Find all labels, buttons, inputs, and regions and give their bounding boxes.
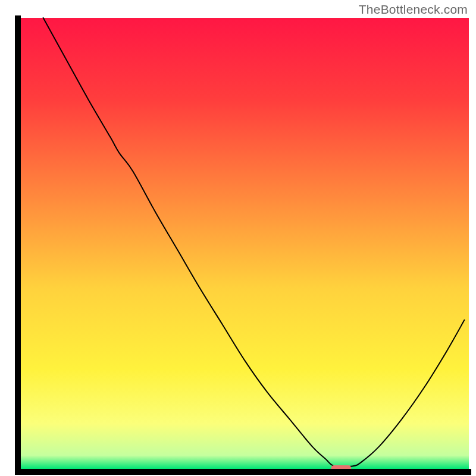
watermark-text: TheBottleneck.com	[359, 2, 468, 17]
bottleneck-chart: TheBottleneck.com	[0, 0, 476, 476]
gradient-background	[21, 18, 469, 469]
y-axis	[15, 15, 21, 475]
chart-svg	[0, 0, 476, 476]
x-axis	[15, 469, 471, 475]
plot-area	[15, 15, 471, 475]
